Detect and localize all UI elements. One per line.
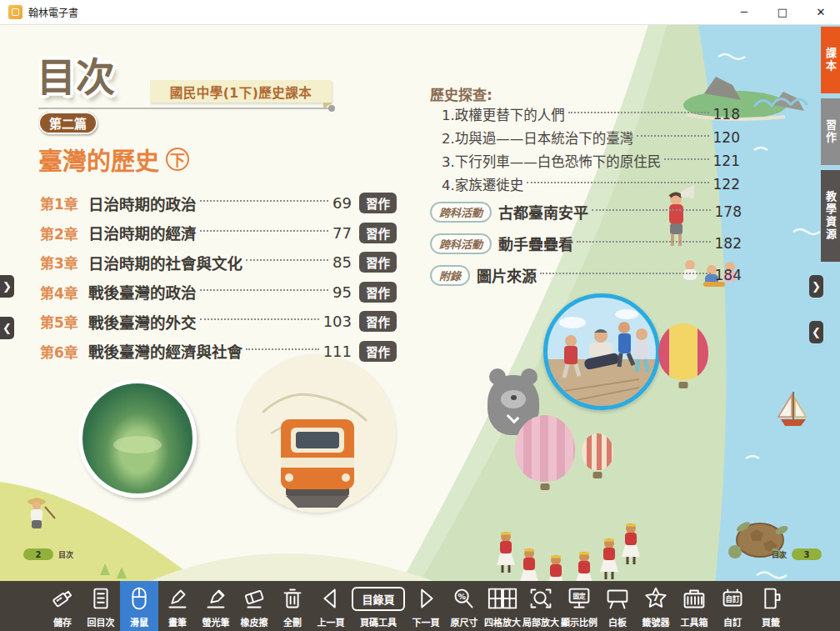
toolbar-pen[interactable]: 畫筆: [158, 581, 197, 631]
tab-teaching-resources[interactable]: 教學資源: [821, 170, 840, 262]
toolbar-mouse[interactable]: 滑鼠: [120, 581, 158, 631]
toolbar-whiteboard[interactable]: 白板: [598, 581, 637, 631]
right-edge-collapse-button[interactable]: ❮: [809, 321, 823, 343]
minimize-button[interactable]: ─: [725, 0, 763, 24]
chapter-number: 第5章: [40, 311, 88, 332]
app-logo-icon: [8, 5, 22, 19]
dot-leader: [200, 200, 329, 202]
book-spread: 課本 習作 教學資源 ❯ ❮ ❯ ❮ 目次 國民中學(1下)歷史課本 第二篇 臺…: [0, 25, 840, 581]
bear-smile: [507, 411, 520, 424]
toolbar-prev-page[interactable]: 上一頁: [312, 581, 350, 631]
activity-item[interactable]: 跨科活動 古都臺南安平 178: [430, 196, 742, 228]
workbook-badge[interactable]: 習作: [359, 311, 397, 332]
right-edge-expand-button[interactable]: ❯: [809, 275, 823, 298]
hot-air-balloon-icon: [658, 323, 708, 380]
workbook-badge[interactable]: 習作: [359, 282, 397, 303]
toolbar-toolbox[interactable]: 工具箱: [675, 581, 713, 631]
explore-heading: 歷史探查:: [430, 83, 492, 104]
region-zoom-icon: [525, 585, 557, 612]
hot-air-balloon-icon: [582, 433, 613, 470]
maximize-button[interactable]: □: [763, 0, 802, 24]
toolbar-save[interactable]: 儲存: [43, 581, 82, 631]
toolbar-eraser[interactable]: 橡皮擦: [235, 581, 273, 631]
book-subtitle: 國民中學(1下)歷史課本: [170, 83, 312, 101]
chapter-title: 戰後臺灣的經濟與社會: [88, 340, 242, 362]
toolbar-page-tool[interactable]: 目錄頁 頁碼工具: [350, 581, 407, 631]
chapter-row[interactable]: 第1章 日治時期的政治 69 習作: [40, 188, 397, 218]
workbook-badge[interactable]: 習作: [359, 223, 397, 243]
toolbar-page-tabs[interactable]: 頁籤: [752, 581, 790, 631]
left-page-footer: 2 目次: [23, 548, 73, 560]
explore-item[interactable]: 3.下行列車——白色恐怖下的原住民 121: [442, 149, 740, 173]
explore-item[interactable]: 2.功與過——日本統治下的臺灣 120: [442, 126, 740, 149]
activity-badge: 跨科活動: [430, 202, 492, 223]
dot-leader: [246, 259, 328, 261]
chapter-page: 111: [323, 343, 352, 360]
workbook-badge[interactable]: 習作: [359, 341, 397, 362]
dot-leader: [200, 230, 329, 232]
activity-item[interactable]: 附錄 圖片來源 184: [430, 259, 742, 291]
chapter-number: 第3章: [40, 252, 88, 273]
toolbar-custom[interactable]: 自訂 自訂: [713, 581, 752, 631]
toolbar-next-page[interactable]: 下一頁: [407, 581, 445, 631]
toolbar-delete-all[interactable]: 全刪: [273, 581, 312, 631]
chapter-page: 103: [323, 313, 352, 330]
chapter-title: 日治時期的經濟: [88, 222, 197, 243]
toolbar-original-size[interactable]: % 原尺寸: [445, 581, 483, 631]
chapter-page: 85: [332, 253, 352, 271]
app-title: 翰林電子書: [28, 5, 78, 19]
dancers-photo: [548, 298, 656, 406]
toc-list-icon: [85, 585, 117, 612]
dot-leader: [664, 158, 708, 160]
train-illustration: [238, 354, 396, 513]
chapter-row[interactable]: 第4章 戰後臺灣的政治 95 習作: [40, 278, 397, 308]
dancers-photo-circle: [543, 293, 660, 410]
chapter-list: 第1章 日治時期的政治 69 習作 第2章 日治時期的經濟 77 習作 第3章 …: [40, 188, 397, 366]
chapter-number: 第1章: [40, 193, 88, 213]
chapter-row[interactable]: 第2章 日治時期的經濟 77 習作: [40, 218, 397, 248]
chapter-row[interactable]: 第6章 戰後臺灣的經濟與社會 111 習作: [40, 337, 397, 367]
chapter-number: 第4章: [40, 282, 88, 303]
close-button[interactable]: ✕: [802, 0, 840, 24]
svg-text:固定: 固定: [572, 592, 586, 600]
workbook-badge[interactable]: 習作: [359, 252, 397, 273]
left-edge-expand-button[interactable]: ❯: [0, 275, 14, 298]
dot-leader: [246, 348, 319, 350]
page-tab-icon: [755, 585, 787, 612]
svg-text:7: 7: [652, 593, 658, 603]
toolbar-quad-zoom[interactable]: 四格放大: [483, 581, 522, 631]
train-illustration-circle: [238, 354, 396, 513]
explore-item[interactable]: 1.政權更替下的人們 118: [442, 103, 740, 126]
chapter-title: 日治時期的政治: [88, 193, 197, 214]
dot-leader: [540, 273, 711, 274]
toolbar-display-ratio[interactable]: 固定 顯示比例: [560, 581, 598, 631]
chapter-title: 日治時期的社會與文化: [88, 252, 242, 273]
activity-list: 跨科活動 古都臺南安平 178 跨科活動 動手疊疊看 182 附錄 圖片來源 1…: [430, 196, 742, 291]
chevron-right-icon: ❯: [2, 280, 12, 293]
toolbar-highlighter[interactable]: 螢光筆: [197, 581, 235, 631]
explore-item[interactable]: 4.家族遷徙史 122: [442, 173, 740, 196]
toolbar-region-zoom[interactable]: 局部放大: [522, 581, 560, 631]
page-title: 目次: [37, 45, 115, 103]
dot-leader: [568, 112, 709, 113]
toolbox-icon: [678, 585, 710, 612]
dot-leader: [200, 318, 319, 320]
activity-item[interactable]: 跨科活動 動手疊疊看 182: [430, 228, 742, 259]
river-photo-circle: [78, 379, 197, 498]
whiteboard-icon: [602, 585, 633, 612]
svg-text:自訂: 自訂: [725, 594, 740, 603]
page-number-pill: 2: [23, 548, 53, 560]
left-edge-collapse-button[interactable]: ❮: [0, 317, 14, 339]
pen-icon: [162, 585, 193, 612]
chevron-right-icon: ❯: [812, 280, 821, 293]
toolbar-number-picker[interactable]: 7 籤號器: [637, 581, 675, 631]
workbook-badge[interactable]: 習作: [359, 193, 397, 213]
chapter-row[interactable]: 第5章 戰後臺灣的外交 103 習作: [40, 307, 397, 337]
part-badge: 第二篇: [38, 112, 98, 134]
tab-workbook[interactable]: 習作: [821, 98, 840, 165]
tab-textbook[interactable]: 課本: [821, 27, 840, 93]
chapter-row[interactable]: 第3章 日治時期的社會與文化 85 習作: [40, 248, 397, 278]
toolbar-toc[interactable]: 回目次: [82, 581, 120, 631]
appendix-badge: 附錄: [430, 265, 470, 286]
star-number-icon: 7: [640, 585, 672, 612]
